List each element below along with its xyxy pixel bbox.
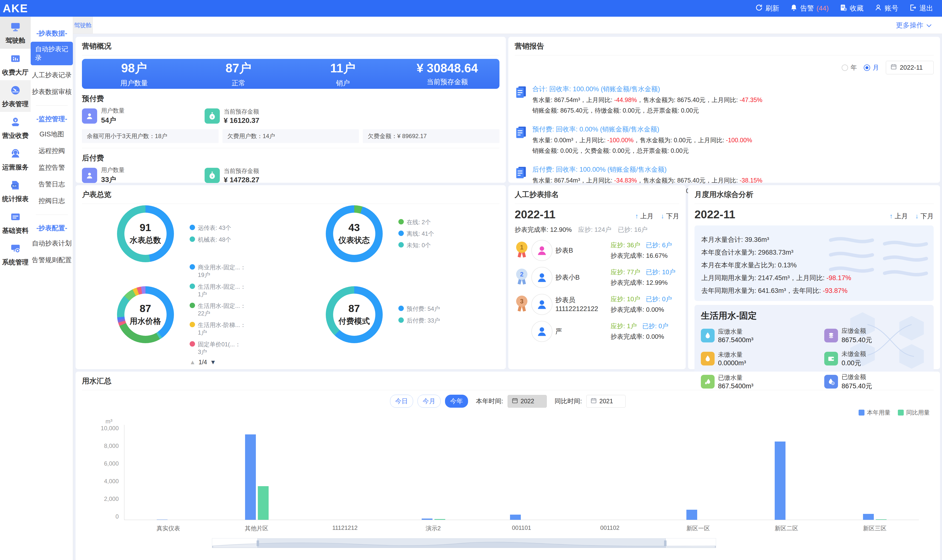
y-axis-tick: 0: [115, 513, 119, 520]
compare-time-label: 同比时间:: [555, 397, 582, 405]
pager-up-icon[interactable]: ▲: [189, 358, 196, 366]
pager-down-icon[interactable]: ▼: [210, 358, 216, 366]
prepaid-stats-row: 余额可用小于3天用户数：18户欠费用户数：14户欠费金额：¥ 89692.17: [82, 129, 499, 143]
panel-title: 户表总览: [82, 189, 499, 204]
report-date-input[interactable]: 2022-11: [886, 61, 934, 74]
sidebar-item-statistics[interactable]: XLS 统计报表: [0, 175, 31, 207]
tab-cockpit[interactable]: 驾驶舱: [73, 17, 93, 34]
calendar-icon: [512, 397, 518, 405]
submenu-entry[interactable]: 控阀日志: [38, 192, 65, 209]
sidebar-item-business-fee[interactable]: ¥ 营业收费: [0, 112, 31, 143]
legend-entry[interactable]: 生活用水-固定...：22户: [189, 302, 256, 317]
submenu-entry[interactable]: GIS地图: [40, 126, 64, 143]
sidebar-item-system-management[interactable]: 系统管理: [0, 238, 31, 270]
submenu-entry[interactable]: 远程控阀: [38, 143, 65, 159]
donut-chart[interactable]: 91 水表总数: [117, 205, 174, 262]
bar-本年用量[interactable]: [686, 510, 697, 520]
year-radio[interactable]: 年: [842, 63, 857, 72]
radio-circle-icon: [842, 65, 848, 71]
bar-本年用量[interactable]: [245, 434, 256, 520]
x-axis-label: 新区三区: [831, 525, 919, 532]
refresh-button[interactable]: 刷新: [755, 4, 779, 13]
legend-entry[interactable]: 远传表: 43个: [189, 224, 256, 232]
data-zoom-right-handle[interactable]: [664, 540, 666, 546]
legend-entry[interactable]: 固定单价01(...：3户: [189, 340, 256, 356]
sidebar-item-fee-hall[interactable]: 收费大厅: [0, 49, 31, 80]
legend-entry[interactable]: 预付费: 54户: [399, 305, 465, 312]
sidebar-item-cockpit[interactable]: 驾驶舱: [0, 17, 31, 49]
account-button[interactable]: 账号: [874, 4, 898, 13]
card-value: ¥ 16120.37: [224, 117, 259, 125]
sidebar-item-base-data[interactable]: 基础资料: [0, 207, 31, 238]
bar-本年用量[interactable]: [510, 515, 521, 520]
silver-medal-icon: 2: [515, 268, 528, 287]
data-zoom-left-handle[interactable]: [257, 540, 259, 546]
today-button[interactable]: 今日: [390, 395, 413, 408]
donut-chart[interactable]: 87 付费模式: [326, 286, 383, 343]
submenu-entry[interactable]: 告警日志: [38, 176, 65, 192]
reader-name: 严: [556, 327, 562, 336]
legend-entry[interactable]: 在线: 2个: [399, 218, 465, 226]
report-row-title-link[interactable]: 后付费: 回收率: 100.00% (销账金额/售水金额): [532, 165, 762, 174]
report-doc-icon: [515, 85, 528, 100]
submenu-entry[interactable]: 自动抄表计划: [32, 235, 72, 252]
bar-本年用量[interactable]: [863, 514, 874, 520]
data-zoom-slider[interactable]: [212, 538, 716, 548]
sidebar-item-label: 基础资料: [2, 226, 29, 235]
chart-legend-item[interactable]: 同比用量: [898, 409, 930, 417]
donut-center: 87 用水价格: [125, 294, 166, 336]
legend-entry[interactable]: 后付费: 33户: [399, 317, 465, 324]
more-actions-button[interactable]: 更多操作: [896, 21, 932, 30]
favorite-button[interactable]: 收藏: [839, 4, 864, 13]
donut-value: 43: [348, 222, 360, 234]
report-row-title-link[interactable]: 预付费: 回收率: 0.00% (销账金额/售水金额): [532, 125, 752, 134]
data-zoom-window[interactable]: [257, 538, 665, 548]
submenu-entry[interactable]: 抄表数据审核: [32, 83, 72, 100]
alarm-button[interactable]: 告警 (44): [790, 4, 829, 13]
month-radio[interactable]: 月: [864, 63, 879, 72]
submenu-entry[interactable]: 人工抄表记录: [32, 67, 72, 83]
sidebar-item-meter-reading[interactable]: 抄表管理: [0, 80, 31, 112]
legend-entry[interactable]: 生活用水-阶梯...：1户: [189, 321, 256, 336]
monthly-line: 本年度合计水量为: 29683.73m³: [701, 248, 927, 257]
this-month-button[interactable]: 今月: [417, 395, 440, 408]
monitor-icon: [10, 21, 21, 34]
report-row-title-link[interactable]: 合计: 回收率: 100.00% (销账金额/售水金额): [532, 85, 762, 94]
prev-month-button[interactable]: ↑ 上月: [890, 212, 908, 220]
summary-due: 应抄: 124户: [578, 225, 611, 234]
compare-time-input[interactable]: 2021: [586, 395, 626, 408]
report-row-total: 合计: 回收率: 100.00% (销账金额/售水金额) 售水量: 867.54…: [515, 85, 934, 115]
donut-chart[interactable]: 87 用水价格: [117, 286, 174, 343]
chart-legend-item[interactable]: 本年用量: [859, 409, 891, 417]
bar-本年用量[interactable]: [775, 442, 785, 520]
logout-button[interactable]: 退出: [909, 4, 933, 13]
this-year-button[interactable]: 今年: [445, 395, 468, 408]
bar-同比用量[interactable]: [258, 486, 269, 520]
submenu-entry[interactable]: 告警规则配置: [32, 252, 72, 268]
bar-同比用量[interactable]: [876, 519, 887, 520]
submenu-entry[interactable]: 监控告警: [38, 159, 65, 176]
banner-stat-value: 11户: [330, 60, 356, 77]
prepaid-money-card: ¥ 当前预存金额 ¥ 16120.37: [205, 107, 327, 125]
next-month-button[interactable]: ↓ 下月: [915, 212, 934, 220]
legend-entry[interactable]: 机械表: 48个: [189, 236, 256, 243]
reader-stats: 应抄: 1户已抄: 0户 抄表完成率: 0.00%: [611, 322, 679, 341]
bar-同比用量[interactable]: [434, 519, 445, 520]
bar-本年用量[interactable]: [422, 518, 433, 520]
marketing-report-panel: 营销报告 年 月 2022-11 合计: 回收率: 100.00% (销账金额/…: [508, 37, 940, 183]
refresh-label: 刷新: [765, 4, 779, 13]
donut-chart[interactable]: 43 仪表状态: [326, 205, 383, 262]
next-month-button[interactable]: ↓ 下月: [661, 212, 679, 220]
legend-entry[interactable]: 未知: 0个: [399, 242, 465, 249]
legend-entry[interactable]: 离线: 41个: [399, 230, 465, 237]
prev-month-button[interactable]: ↑ 上月: [635, 212, 654, 220]
summary-filters: 今日 今月 今年 本年时间: 2022 同比时间: 2021: [82, 395, 934, 408]
report-row-line: 销账金额: 0.00元，欠费金额: 0.00元，总开票金额: 0.00元: [532, 147, 752, 155]
monthly-line: 去年同期用水量为: 641.63m³，去年同比: -93.87%: [701, 286, 927, 295]
sidebar-item-operation-service[interactable]: 运营服务: [0, 143, 31, 175]
legend-entry[interactable]: 商业用水-固定...：19户: [189, 263, 256, 278]
banner-stat-label: 正常: [232, 78, 245, 88]
submenu-entry[interactable]: 自动抄表记录: [31, 42, 73, 65]
year-time-input[interactable]: 2022: [508, 395, 547, 408]
legend-entry[interactable]: 生活用水-固定...：1户: [189, 283, 256, 298]
